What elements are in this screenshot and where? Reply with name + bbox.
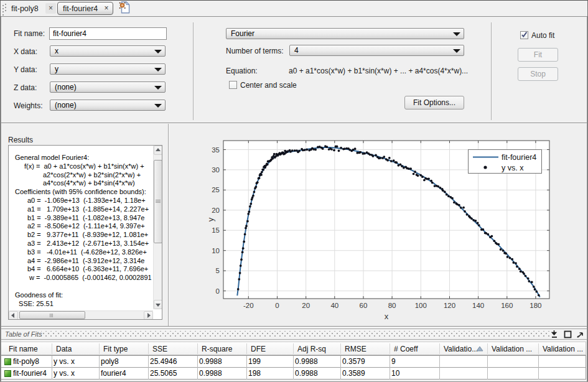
svg-text:20: 20: [212, 207, 220, 214]
svg-text:10: 10: [212, 247, 220, 254]
svg-text:60: 60: [360, 302, 368, 309]
svg-text:25: 25: [212, 186, 220, 193]
svg-text:80: 80: [388, 302, 396, 309]
svg-text:120: 120: [444, 302, 455, 309]
svg-text:140: 140: [472, 302, 484, 309]
svg-text:0: 0: [275, 302, 279, 309]
svg-text:fit-fourier4: fit-fourier4: [502, 153, 536, 162]
svg-text:-20: -20: [243, 302, 254, 309]
svg-text:100: 100: [415, 302, 427, 309]
svg-text:0: 0: [216, 287, 220, 295]
svg-text:40: 40: [330, 302, 338, 309]
svg-text:160: 160: [501, 302, 513, 309]
svg-text:35: 35: [212, 146, 220, 154]
svg-text:180: 180: [530, 302, 541, 309]
svg-text:15: 15: [212, 226, 220, 234]
svg-text:x: x: [385, 312, 389, 321]
svg-text:30: 30: [212, 166, 220, 174]
svg-text:y: y: [206, 217, 215, 221]
svg-text:y vs. x: y vs. x: [502, 164, 524, 172]
svg-text:20: 20: [302, 302, 310, 309]
svg-text:5: 5: [216, 267, 220, 274]
